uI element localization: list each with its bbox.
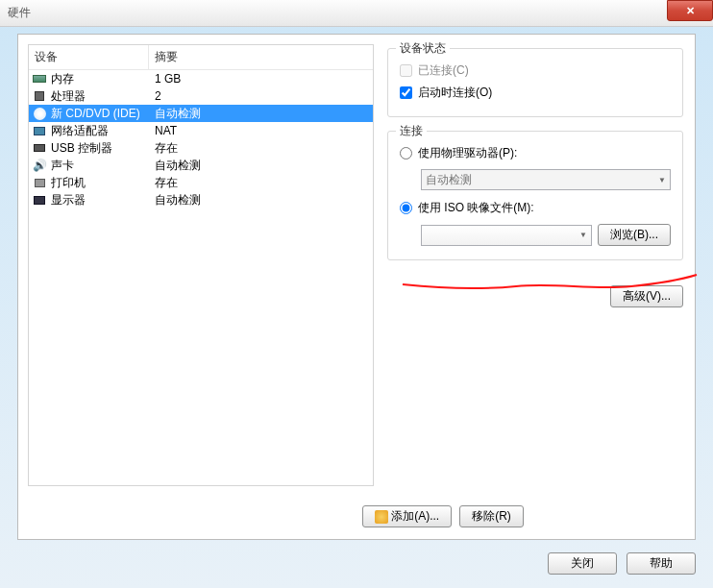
memory-icon [32, 72, 47, 86]
device-status-group: 设备状态 已连接(C) 启动时连接(O) [387, 48, 683, 117]
iso-file-label: 使用 ISO 映像文件(M): [418, 200, 534, 216]
device-row-usb[interactable]: USB 控制器 存在 [29, 139, 373, 157]
connection-title: 连接 [396, 123, 427, 139]
iso-file-radio[interactable] [400, 202, 412, 214]
titlebar: 硬件 ✕ [0, 0, 713, 27]
hardware-buttons: 添加(A)... 移除(R) [18, 505, 695, 527]
chevron-down-icon: ▼ [658, 176, 666, 184]
physical-drive-label: 使用物理驱动器(P): [418, 145, 517, 161]
column-device-header[interactable]: 设备 [29, 45, 149, 69]
cd-icon [32, 107, 47, 120]
browse-button[interactable]: 浏览(B)... [598, 224, 671, 246]
dialog-body: 设备 摘要 内存 1 GB 处理器 2 新 CD/DVD (IDE) 自动检测 [17, 34, 696, 540]
device-row-memory[interactable]: 内存 1 GB [29, 70, 373, 87]
close-button[interactable]: 关闭 [548, 552, 617, 575]
remove-hardware-button[interactable]: 移除(R) [459, 505, 524, 527]
device-row-printer[interactable]: 打印机 存在 [29, 174, 373, 191]
shield-icon [375, 510, 388, 524]
device-row-cpu[interactable]: 处理器 2 [29, 87, 373, 105]
dialog-footer: 关闭 帮助 [548, 552, 696, 575]
column-summary-header[interactable]: 摘要 [149, 45, 373, 69]
window-title: 硬件 [8, 5, 31, 21]
connected-label: 已连接(C) [418, 62, 469, 79]
nic-icon [32, 124, 47, 137]
iso-path-dropdown[interactable]: ▼ [421, 225, 592, 246]
physical-drive-dropdown[interactable]: 自动检测 ▼ [421, 169, 671, 190]
help-button[interactable]: 帮助 [627, 552, 696, 575]
connect-on-start-label: 启动时连接(O) [418, 85, 492, 101]
list-header: 设备 摘要 [29, 45, 373, 70]
usb-icon [32, 141, 47, 155]
right-panel: 设备状态 已连接(C) 启动时连接(O) 连接 使用物理驱动器(P): [385, 44, 685, 486]
advanced-button[interactable]: 高级(V)... [610, 285, 683, 307]
device-list: 设备 摘要 内存 1 GB 处理器 2 新 CD/DVD (IDE) 自动检测 [28, 44, 374, 486]
display-icon [32, 193, 47, 207]
connection-group: 连接 使用物理驱动器(P): 自动检测 ▼ 使用 ISO 映像文件(M): [387, 131, 683, 260]
window-close-button[interactable]: ✕ [667, 0, 713, 21]
add-hardware-button[interactable]: 添加(A)... [362, 505, 452, 527]
device-row-display[interactable]: 显示器 自动检测 [29, 191, 373, 208]
printer-icon [32, 176, 47, 189]
device-row-nic[interactable]: 网络适配器 NAT [29, 122, 373, 139]
device-row-sound[interactable]: 🔊 声卡 自动检测 [29, 157, 373, 174]
connected-checkbox[interactable] [400, 64, 412, 77]
cpu-icon [32, 89, 47, 103]
chevron-down-icon: ▼ [579, 231, 587, 239]
close-icon: ✕ [686, 5, 695, 17]
device-status-title: 设备状态 [396, 40, 450, 57]
device-row-cddvd[interactable]: 新 CD/DVD (IDE) 自动检测 [29, 105, 373, 122]
sound-icon: 🔊 [32, 159, 47, 172]
physical-drive-radio[interactable] [400, 147, 412, 159]
connect-on-start-checkbox[interactable] [400, 86, 412, 99]
